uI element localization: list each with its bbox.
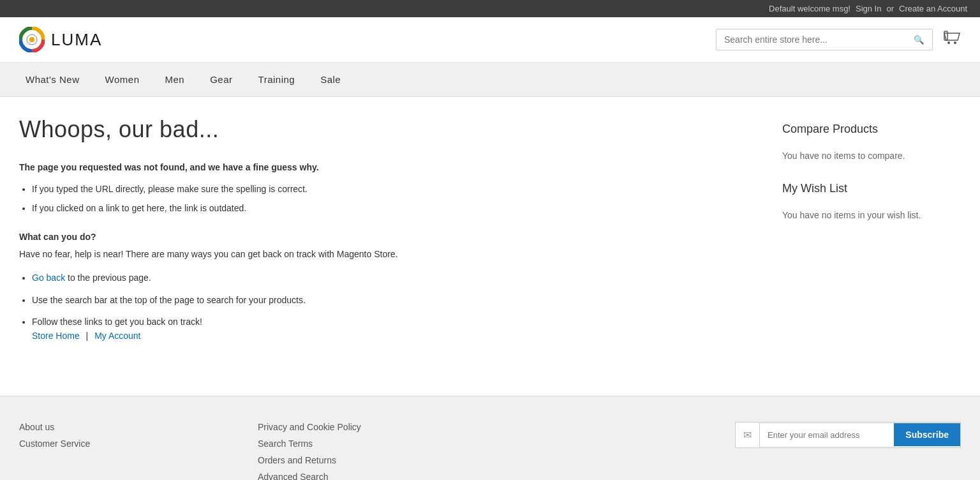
- footer-about-us: About us: [19, 422, 245, 432]
- nav-link-men[interactable]: Men: [152, 63, 197, 96]
- nav-item-men: Men: [152, 63, 197, 96]
- error-bullet-2: If you clicked on a link to get here, th…: [32, 201, 763, 215]
- main-content: Whoops, our bad... The page you requeste…: [19, 116, 763, 351]
- or-separator: or: [886, 4, 894, 13]
- privacy-link[interactable]: Privacy and Cookie Policy: [258, 422, 361, 432]
- search-terms-link[interactable]: Search Terms: [258, 439, 313, 449]
- newsletter-email-input[interactable]: [760, 424, 894, 446]
- cart-icon[interactable]: [943, 30, 961, 49]
- footer-links-col2: Privacy and Cookie Policy Search Terms O…: [258, 422, 484, 480]
- compare-products-widget: Compare Products You have no items to co…: [782, 123, 961, 163]
- nav-list: What's New Women Men Gear Training Sale: [0, 63, 980, 96]
- search-bar: 🔍: [716, 29, 933, 50]
- follow-links-text: Follow these links to get you back on tr…: [32, 317, 202, 327]
- store-home-link[interactable]: Store Home: [32, 331, 80, 341]
- footer-links-col1: About us Customer Service: [19, 422, 245, 449]
- link-separator: |: [86, 331, 89, 341]
- search-icon: 🔍: [914, 35, 924, 45]
- nav-item-whats-new: What's New: [13, 63, 93, 96]
- logo-text: LUMA: [51, 30, 102, 50]
- sidebar: Compare Products You have no items to co…: [782, 116, 961, 351]
- nav-link-whats-new[interactable]: What's New: [13, 63, 93, 96]
- follow-links-item: Follow these links to get you back on tr…: [32, 315, 763, 343]
- subscribe-button[interactable]: Subscribe: [894, 423, 960, 446]
- header: LUMA 🔍: [0, 17, 980, 63]
- what-can-heading: What can you do?: [19, 232, 763, 242]
- footer-orders-returns: Orders and Returns: [258, 455, 484, 465]
- nav-item-gear: Gear: [197, 63, 245, 96]
- about-us-link[interactable]: About us: [19, 422, 54, 432]
- luma-logo-icon: [19, 27, 45, 52]
- footer-advanced-search: Advanced Search: [258, 472, 484, 480]
- my-account-link[interactable]: My Account: [94, 331, 140, 341]
- page-title: Whoops, our bad...: [19, 116, 763, 143]
- footer-col-1: About us Customer Service: [19, 422, 245, 480]
- compare-products-title: Compare Products: [782, 123, 961, 141]
- nav-link-women[interactable]: Women: [93, 63, 152, 96]
- error-intro: The page you requested was not found, an…: [19, 162, 763, 172]
- svg-point-5: [954, 41, 956, 44]
- header-right: 🔍: [716, 29, 961, 50]
- go-back-suffix: to the previous page.: [65, 273, 151, 283]
- what-can-section: What can you do? Have no fear, help is n…: [19, 232, 763, 343]
- footer-col-2: Privacy and Cookie Policy Search Terms O…: [258, 422, 484, 480]
- footer-grid: About us Customer Service Privacy and Co…: [19, 422, 961, 480]
- footer: About us Customer Service Privacy and Co…: [0, 396, 980, 480]
- svg-point-2: [29, 37, 34, 42]
- what-can-list: Go back to the previous page. Use the se…: [19, 271, 763, 343]
- main-nav: What's New Women Men Gear Training Sale: [0, 63, 980, 97]
- top-bar: Default welcome msg! Sign In or Create a…: [0, 0, 980, 17]
- nav-item-sale: Sale: [308, 63, 353, 96]
- welcome-message: Default welcome msg!: [769, 4, 850, 13]
- logo[interactable]: LUMA: [19, 27, 102, 52]
- footer-newsletter: ✉ Subscribe: [735, 422, 961, 480]
- wishlist-title: My Wish List: [782, 182, 961, 200]
- error-bullet-1: If you typed the URL directly, please ma…: [32, 182, 763, 196]
- cart-svg-icon: [943, 30, 961, 45]
- search-input[interactable]: [716, 29, 906, 50]
- nav-link-training[interactable]: Training: [246, 63, 308, 96]
- main-container: Whoops, our bad... The page you requeste…: [0, 97, 980, 370]
- footer-customer-service: Customer Service: [19, 439, 245, 449]
- email-icon: ✉: [736, 423, 760, 447]
- search-button[interactable]: 🔍: [906, 30, 932, 50]
- go-back-item: Go back to the previous page.: [32, 271, 763, 285]
- nav-item-women: Women: [93, 63, 152, 96]
- create-account-link[interactable]: Create an Account: [899, 4, 967, 13]
- search-tip-item: Use the search bar at the top of the pag…: [32, 293, 763, 307]
- error-list: If you typed the URL directly, please ma…: [19, 182, 763, 216]
- go-back-link[interactable]: Go back: [32, 273, 65, 283]
- customer-service-link[interactable]: Customer Service: [19, 439, 90, 449]
- footer-search-terms: Search Terms: [258, 439, 484, 449]
- nav-item-training: Training: [246, 63, 308, 96]
- footer-col-3: [496, 422, 722, 480]
- advanced-search-link[interactable]: Advanced Search: [258, 472, 329, 480]
- newsletter-form: ✉ Subscribe: [735, 422, 961, 448]
- what-can-text: Have no fear, help is near! There are ma…: [19, 247, 763, 261]
- compare-products-empty: You have no items to compare.: [782, 149, 961, 163]
- footer-privacy: Privacy and Cookie Policy: [258, 422, 484, 432]
- orders-returns-link[interactable]: Orders and Returns: [258, 455, 336, 465]
- svg-point-4: [947, 41, 950, 44]
- wishlist-widget: My Wish List You have no items in your w…: [782, 182, 961, 222]
- nav-link-sale[interactable]: Sale: [308, 63, 353, 96]
- nav-link-gear[interactable]: Gear: [197, 63, 245, 96]
- sign-in-link[interactable]: Sign In: [856, 4, 881, 13]
- wishlist-empty: You have no items in your wish list.: [782, 208, 961, 222]
